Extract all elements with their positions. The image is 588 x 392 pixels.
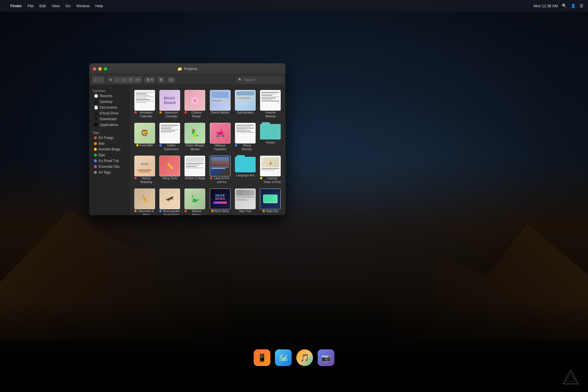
recents-icon: 🕐 xyxy=(94,94,98,98)
sidebar-tag-en-fuego[interactable]: En Fuego xyxy=(91,135,128,141)
natural-dot xyxy=(184,210,187,212)
search-menubar-icon[interactable]: 🔍 xyxy=(562,3,567,8)
file-skate-parks[interactable]: 🛹 Most popular Skate Parks xyxy=(158,187,182,215)
sidebar-tag-essential-oils[interactable]: Essential Oils xyxy=(91,164,128,169)
svg-marker-1 xyxy=(566,374,575,382)
file-menu[interactable]: File xyxy=(28,4,34,8)
file-district-market[interactable]: District Market xyxy=(208,88,232,120)
file-chinese-design[interactable]: 🌸 Chinese Design xyxy=(183,88,207,120)
back-button[interactable]: ‹ xyxy=(93,77,99,83)
menu-menubar-icon[interactable]: ☰ xyxy=(580,3,583,8)
file-history[interactable]: History xyxy=(259,121,282,153)
skate-dot xyxy=(159,210,162,212)
view-column-mode[interactable]: ⊟ xyxy=(120,77,127,83)
green-macaw-name: Green Winged Macaw xyxy=(184,144,205,151)
food-web-dot xyxy=(136,144,139,146)
dock-icon-2[interactable]: 🗺️ xyxy=(275,349,292,366)
dock-icon-4[interactable]: 📷 xyxy=(318,349,334,366)
hibiscus-name: Hibiscus Popsicles xyxy=(210,144,231,151)
sidebar-tag-bae[interactable]: Bae xyxy=(91,141,128,146)
chinese-design-name: Chinese Design xyxy=(184,111,205,118)
file-neon-skies[interactable]: NEON SKIES Neon Skies xyxy=(208,187,232,215)
land-fire-ice-name: Land of Fire and Ice xyxy=(210,176,231,184)
file-green-macaw[interactable]: 🦜 Green Winged Macaw xyxy=(183,121,207,153)
file-natural-history[interactable]: 🦕 Natural History xyxy=(183,187,207,215)
window-title: 📁 Projects xyxy=(177,67,197,71)
minimize-button[interactable] xyxy=(98,67,102,71)
go-menu[interactable]: Go xyxy=(65,4,70,8)
sidebar-item-icloud[interactable]: ☁ iCloud Drive xyxy=(91,110,128,116)
close-button[interactable] xyxy=(93,67,96,71)
file-apartment-concepts[interactable]: MoodBoard Apartment Concepts xyxy=(158,88,182,120)
green-macaw-thumb: 🦜 xyxy=(184,123,205,144)
sidebar-tag-humble-brags[interactable]: Humble Brags xyxy=(91,146,128,152)
file-language-arts[interactable]: Language Arts xyxy=(233,154,257,186)
toolbar-tag-button[interactable]: 🏷 xyxy=(167,77,175,83)
window-title-text: Projects xyxy=(184,67,197,71)
tags-label: Tags xyxy=(89,130,129,135)
view-icon-mode[interactable]: ⊞ xyxy=(107,77,114,83)
epic-label: Epic xyxy=(99,153,105,157)
sidebar-tag-road-trip[interactable]: It's Road Trip xyxy=(91,158,128,164)
account-menubar-icon[interactable]: 👤 xyxy=(571,3,576,8)
view-list-mode[interactable]: ≡ xyxy=(114,77,120,83)
icloud-icon: ☁ xyxy=(94,111,98,115)
file-earthquakes[interactable]: Earthquakes xyxy=(233,88,257,120)
file-leaning-tower[interactable]: 🗼 Leaning Tower of Pisa xyxy=(259,154,282,186)
file-favorite-markets[interactable]: Favorite Markets xyxy=(259,88,282,120)
window-menu[interactable]: Window xyxy=(76,4,89,8)
file-mammals-africa[interactable]: 🦒 Mammals in Africa xyxy=(133,187,157,215)
maximize-button[interactable] xyxy=(104,67,107,71)
view-gallery-mode[interactable]: ⊠ xyxy=(127,77,134,83)
sidebar-item-downloads[interactable]: ⬇ Downloads xyxy=(91,116,128,122)
sidebar-item-applications[interactable]: 🅐 Applications xyxy=(91,122,128,128)
finder-menu[interactable]: Finder xyxy=(10,4,22,8)
view-menu[interactable]: View xyxy=(52,4,60,8)
edit-menu[interactable]: Edit xyxy=(39,4,46,8)
chinese-design-thumb: 🌸 xyxy=(184,90,205,111)
history-name: History xyxy=(266,141,275,144)
neon-skies-name: Neon Skies xyxy=(211,209,229,213)
view-extra-mode[interactable]: ⊞▾ xyxy=(134,77,142,83)
file-night-sky[interactable]: Night Sky xyxy=(259,187,282,215)
search-input[interactable]: Search xyxy=(236,77,282,83)
sidebar-item-recents[interactable]: 🕐 Recents xyxy=(91,93,128,99)
bae-dot xyxy=(94,142,97,145)
mammals-dot xyxy=(134,210,137,212)
sidebar-item-desktop[interactable]: 🖥 Desktop xyxy=(91,99,128,105)
forward-button[interactable]: › xyxy=(99,77,104,83)
sidebar-tag-all-tags[interactable]: All Tags... xyxy=(91,169,128,175)
road-trip-label: It's Road Trip xyxy=(99,159,119,163)
file-land-fire-ice[interactable]: Land of Fire and Ice xyxy=(208,154,232,186)
desktop-label: Desktop xyxy=(100,100,112,104)
file-new-york[interactable]: New York xyxy=(233,187,257,215)
file-inking-tools[interactable]: ✏️ Inking Tools xyxy=(158,154,182,186)
road-trip-dot xyxy=(94,159,97,162)
bae-label: Bae xyxy=(99,142,105,146)
toolbar-action-button[interactable]: ⚙ ▾ xyxy=(144,77,155,83)
dock-icon-3[interactable]: 🎵 xyxy=(296,349,313,366)
file-history-boarding[interactable]: SKATE History Boarding xyxy=(133,154,157,186)
chinese-dot xyxy=(184,111,187,114)
search-container: 🔍 Search xyxy=(236,77,282,83)
toolbar-share-button[interactable]: ⬆ xyxy=(157,77,165,83)
view-mode-buttons: ⊞ ≡ ⊟ ⊠ ⊞▾ xyxy=(107,76,142,83)
night-sky-thumb xyxy=(260,189,281,209)
dock-icon-1[interactable]: 📱 xyxy=(254,349,270,366)
sidebar-tag-epic[interactable]: Epic xyxy=(91,152,128,158)
help-menu[interactable]: Help xyxy=(95,4,103,8)
traffic-lights xyxy=(93,67,107,71)
file-food-web[interactable]: 🦁 Food Web xyxy=(133,121,157,153)
natural-history-thumb: 🦕 xyxy=(184,189,205,209)
file-hibiscus[interactable]: 🌺 Hibiscus Popsicles xyxy=(208,121,232,153)
file-kitchen-college[interactable]: Kitchen College xyxy=(183,154,207,186)
file-hiking[interactable]: Hiking Itinerary xyxy=(233,121,257,153)
menubar-right: Mon 11:38 AM 🔍 👤 ☰ xyxy=(534,3,583,8)
recents-label: Recents xyxy=(100,94,112,98)
sidebar-item-documents[interactable]: 📄 Documents xyxy=(91,105,128,110)
file-galileo[interactable]: Galileo Experiment xyxy=(158,121,182,153)
favorites-label: Favorites xyxy=(89,88,129,93)
all-tags-label: All Tags... xyxy=(99,170,114,174)
night-sky-name: Night Sky xyxy=(263,209,278,213)
file-animation-calendar[interactable]: Animation Calendar xyxy=(133,88,157,120)
